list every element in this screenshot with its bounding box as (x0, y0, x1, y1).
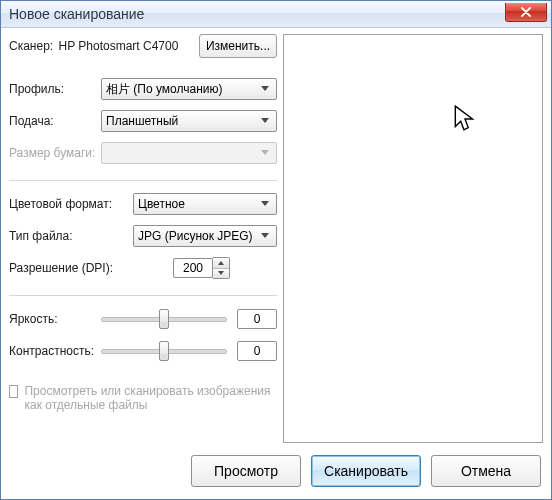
brightness-label: Яркость: (9, 312, 101, 326)
source-row: Подача: Планшетный (9, 110, 277, 132)
chevron-down-icon (258, 86, 272, 92)
contrast-slider-thumb[interactable] (159, 341, 169, 361)
chevron-down-icon (258, 233, 272, 239)
resolution-label: Разрешение (DPI): (9, 261, 133, 275)
paper-size-label: Размер бумаги: (9, 146, 101, 160)
separate-files-label: Просмотреть или сканировать изображения … (24, 384, 277, 412)
button-bar: Просмотр Сканировать Отмена (1, 449, 551, 499)
source-combo-text: Планшетный (106, 114, 258, 128)
brightness-slider-thumb[interactable] (159, 309, 169, 329)
color-format-combo[interactable]: Цветное (133, 193, 277, 215)
file-type-label: Тип файла: (9, 229, 133, 243)
form-column: Сканер: HP Photosmart C4700 Изменить... … (9, 34, 283, 449)
resolution-row: Разрешение (DPI): (9, 257, 277, 279)
close-button[interactable] (505, 3, 547, 22)
contrast-row: Контрастность: 0 (9, 340, 277, 362)
preview-area (283, 34, 543, 443)
separate-files-row: Просмотреть или сканировать изображения … (9, 384, 277, 412)
file-type-combo-text: JPG (Рисунок JPEG) (138, 229, 258, 243)
brightness-value: 0 (237, 309, 277, 329)
content-area: Сканер: HP Photosmart C4700 Изменить... … (1, 28, 551, 499)
scan-button[interactable]: Сканировать (311, 455, 421, 487)
resolution-spin-buttons (213, 257, 230, 279)
spin-down-button[interactable] (213, 269, 229, 279)
spin-up-button[interactable] (213, 258, 229, 269)
separator (9, 295, 277, 296)
brightness-row: Яркость: 0 (9, 308, 277, 330)
profile-row: Профиль: 相片 (По умолчанию) (9, 78, 277, 100)
profile-combo-text: 相片 (По умолчанию) (106, 81, 258, 98)
separator (9, 180, 277, 181)
upper-area: Сканер: HP Photosmart C4700 Изменить... … (1, 28, 551, 449)
scanner-row: Сканер: HP Photosmart C4700 Изменить... (9, 34, 277, 58)
file-type-row: Тип файла: JPG (Рисунок JPEG) (9, 225, 277, 247)
titlebar: Новое сканирование (1, 1, 551, 28)
source-label: Подача: (9, 114, 101, 128)
close-icon (521, 7, 531, 17)
paper-size-row: Размер бумаги: (9, 142, 277, 164)
resolution-spinner (173, 257, 230, 279)
scanner-label-text: Сканер: (9, 39, 53, 53)
profile-combo[interactable]: 相片 (По умолчанию) (101, 78, 277, 100)
color-format-row: Цветовой формат: Цветное (9, 193, 277, 215)
change-scanner-button[interactable]: Изменить... (199, 34, 277, 58)
color-format-label: Цветовой формат: (9, 197, 133, 211)
contrast-value: 0 (237, 341, 277, 361)
contrast-label: Контрастность: (9, 344, 101, 358)
mouse-cursor-icon (454, 105, 476, 133)
window-title: Новое сканирование (9, 6, 144, 22)
scanner-name: HP Photosmart C4700 (59, 39, 179, 53)
chevron-down-icon (258, 201, 272, 207)
cancel-button[interactable]: Отмена (431, 455, 541, 487)
scan-dialog: Новое сканирование Сканер: HP Photosmart… (0, 0, 552, 500)
preview-button[interactable]: Просмотр (191, 455, 301, 487)
chevron-down-icon (258, 118, 272, 124)
brightness-slider[interactable] (101, 309, 227, 329)
scanner-label: Сканер: HP Photosmart C4700 (9, 39, 199, 53)
paper-size-combo (101, 142, 277, 164)
separate-files-checkbox (9, 385, 18, 398)
source-combo[interactable]: Планшетный (101, 110, 277, 132)
file-type-combo[interactable]: JPG (Рисунок JPEG) (133, 225, 277, 247)
color-format-combo-text: Цветное (138, 197, 258, 211)
profile-label: Профиль: (9, 82, 101, 96)
resolution-input[interactable] (173, 258, 213, 278)
chevron-down-icon (258, 150, 272, 156)
contrast-slider[interactable] (101, 341, 227, 361)
